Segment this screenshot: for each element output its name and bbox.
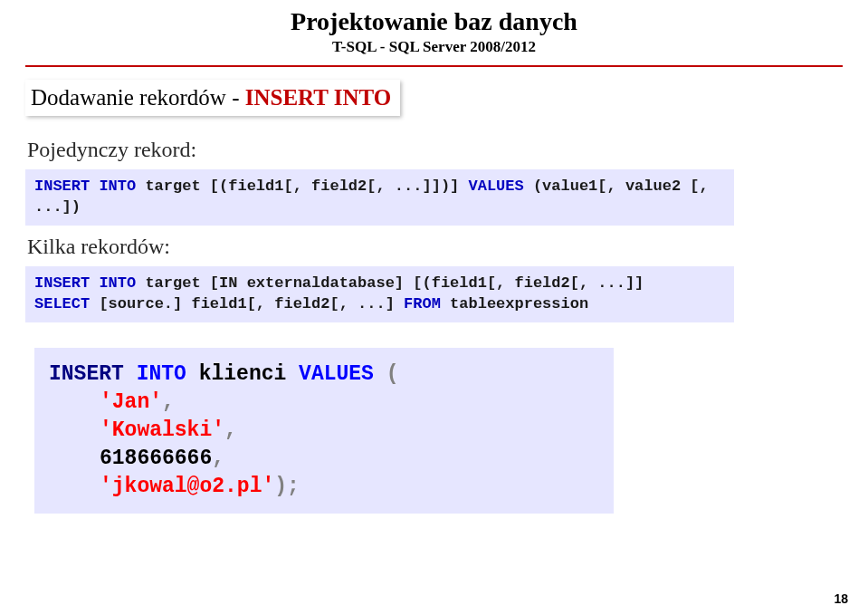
string-literal: 'jkowal@o2.pl'	[100, 475, 274, 498]
table-name: klienci	[199, 362, 287, 386]
code-text: target [IN externaldatabase] [(field1[, …	[145, 274, 644, 292]
kw-values: VALUES	[299, 362, 374, 386]
comma: ,	[224, 418, 237, 442]
paren-close: );	[274, 475, 300, 498]
code-text: [source.] field1[, field2[, ...]	[99, 295, 404, 312]
kw-insert: INSERT	[49, 362, 124, 386]
comma: ,	[212, 447, 224, 470]
page-number: 18	[834, 591, 848, 606]
string-literal: 'Kowalski'	[100, 418, 224, 442]
kw-insert-into: INSERT INTO	[34, 274, 145, 292]
main-title: Projektowanie baz danych	[25, 7, 843, 36]
subtitle: T-SQL - SQL Server 2008/2012	[25, 38, 843, 56]
kw-select: SELECT	[34, 295, 99, 312]
label-single-record: Pojedynczy rekord:	[25, 138, 843, 162]
section-highlight: INSERT INTO	[245, 85, 391, 110]
paren: (	[386, 362, 399, 386]
string-literal: 'Jan'	[100, 390, 162, 414]
slide-header: Projektowanie baz danych T-SQL - SQL Ser…	[25, 7, 843, 56]
kw-insert-into: INSERT INTO	[34, 178, 145, 195]
comma: ,	[162, 390, 175, 414]
section-title-box: Dodawanie rekordów - INSERT INTO	[25, 80, 400, 116]
section-prefix: Dodawanie rekordów -	[31, 85, 245, 110]
label-multiple-records: Kilka rekordów:	[25, 235, 843, 259]
divider	[25, 65, 843, 67]
code-example: INSERT INTO klienci VALUES ( 'Jan', 'Kow…	[34, 348, 614, 514]
kw-values: VALUES	[468, 178, 532, 195]
number-literal: 618666666	[100, 447, 212, 470]
code-text: target [(field1[, field2[, ...]])]	[145, 178, 468, 195]
code-syntax-single: INSERT INTO target [(field1[, field2[, .…	[25, 169, 734, 226]
section-title: Dodawanie rekordów - INSERT INTO	[31, 85, 391, 110]
code-text: tableexpression	[441, 295, 588, 312]
kw-into: INTO	[137, 362, 186, 386]
code-syntax-multiple: INSERT INTO target [IN externaldatabase]…	[25, 266, 734, 322]
kw-from: FROM	[404, 295, 441, 312]
